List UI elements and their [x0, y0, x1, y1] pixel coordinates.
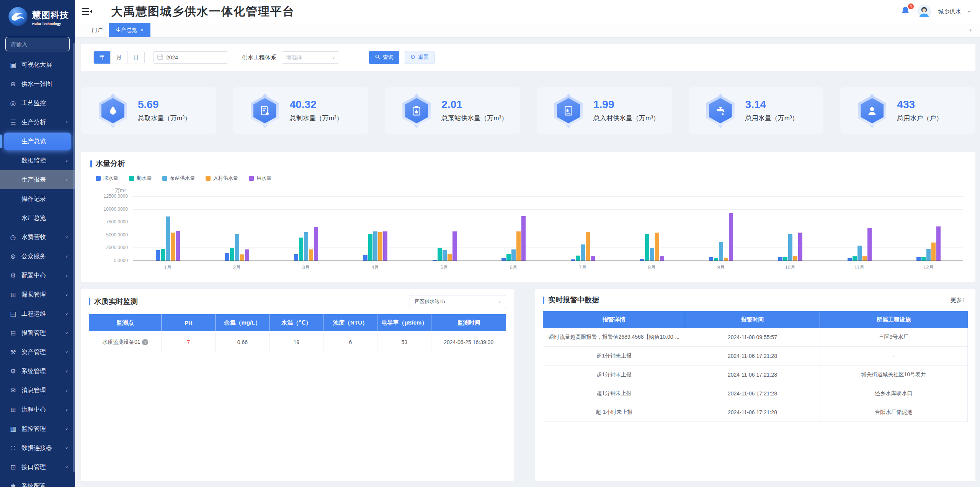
period-option-日[interactable]: 日: [127, 51, 144, 64]
legend-swatch: [129, 176, 134, 181]
globe-map-icon: ⊕: [9, 80, 17, 88]
stat-card-总制水量（万m³）: 40.32总制水量（万m³）: [233, 87, 368, 134]
table-cell: 2024-11-06 17:21:28: [685, 366, 820, 384]
sidebar-item-流程中心[interactable]: ⊞流程中心∨: [0, 400, 75, 419]
search-button[interactable]: 查询: [369, 51, 399, 64]
table-cell: 三区9号水厂: [820, 328, 968, 347]
column-header: 余氯（mg/L）: [216, 314, 270, 331]
sidebar-item-数据监控[interactable]: 数据监控∨: [0, 151, 75, 170]
cell-value: 合阳水厂储泥池: [875, 409, 912, 416]
username[interactable]: 城乡供水: [938, 8, 961, 15]
sidebar-item-可视化大屏[interactable]: ▣可视化大屏: [0, 55, 75, 74]
help-icon[interactable]: ?: [142, 339, 148, 345]
table-cell: 超1分钟未上报: [543, 366, 685, 384]
bar-chart: 0.00002500.00005000.00007500.000010000.0…: [90, 184, 966, 274]
column-header: 电导率（μS/cm）: [377, 314, 431, 331]
sidebar-item-供水一张图[interactable]: ⊕供水一张图: [0, 74, 75, 93]
x-axis-label-3月: 3月: [271, 264, 341, 271]
station-select[interactable]: 四区供水站15 ∨: [410, 295, 506, 308]
chart-legend: 取水量制水量泵站供水量入村供水量用水量: [96, 175, 966, 182]
column-header: 浊度（NTU）: [323, 314, 377, 331]
select-chevron-down-icon: ∨: [332, 55, 335, 60]
sidebar-search-input[interactable]: [5, 37, 70, 51]
bar-取水量-4月: [363, 255, 368, 261]
alarm-row: 瞬时流量超高限报警，报警值2689.4568【阈值10.00-...2024-1…: [543, 328, 968, 347]
x-axis-label-11月: 11月: [825, 264, 894, 271]
chart-title: 水量分析: [96, 159, 125, 169]
bar-泵站供水量-7月: [581, 244, 585, 261]
stat-label: 总制水量（万m³）: [290, 114, 343, 123]
cell-value: 0.66: [237, 339, 248, 345]
sidebar-item-水费营收[interactable]: ◷水费营收∨: [0, 228, 75, 247]
sidebar-item-系统配置[interactable]: ✱系统配置: [0, 477, 75, 487]
sidebar-item-生产分析[interactable]: ☰生产分析∧: [0, 113, 75, 132]
stat-card-row: 5.69总取水量（万m³）40.32总制水量（万m³）2.01总泵站供水量（万m…: [81, 87, 975, 134]
bar-制水量-10月: [783, 257, 787, 261]
legend-swatch: [249, 176, 254, 181]
alarm-table-header: 报警详情报警时间所属工程设施: [543, 311, 968, 328]
reset-button[interactable]: 重置: [405, 51, 434, 64]
table-cell: 7: [162, 331, 216, 353]
sidebar-item-水厂总览[interactable]: 水厂总览: [0, 208, 75, 228]
tab-bar: 门户 生产总览 × ▾: [75, 23, 980, 38]
bar-入村供水量-3月: [309, 249, 313, 261]
period-option-月[interactable]: 月: [111, 51, 127, 64]
sidebar-item-资产管理[interactable]: ⚒资产管理∨: [0, 343, 75, 362]
legend-item-制水量[interactable]: 制水量: [129, 175, 152, 182]
tabbar-caret-down-icon[interactable]: ▾: [969, 28, 972, 33]
monitor-point-name: 水质监测设备01: [102, 339, 140, 346]
sidebar-item-操作记录[interactable]: 操作记录: [0, 189, 75, 208]
legend-item-入村供水量[interactable]: 入村供水量: [206, 175, 238, 182]
asset-tools-icon: ⚒: [9, 348, 17, 356]
sidebar-item-工程运维[interactable]: ▤工程运维∨: [0, 304, 75, 323]
bar-入村供水量-1月: [171, 233, 175, 261]
monitor-point-cell: 水质监测设备01?: [89, 331, 162, 353]
table-cell: 2024-11-06 17:21:28: [685, 384, 820, 403]
cell-value: 超1分钟未上报: [596, 371, 632, 378]
sidebar-item-生产报表[interactable]: 生产报表∨: [0, 170, 75, 189]
system-gear-icon: ⚙: [9, 367, 17, 375]
water-production-icon: [251, 95, 279, 126]
column-header: 报警详情: [543, 311, 685, 328]
legend-item-泵站供水量[interactable]: 泵站供水量: [162, 175, 195, 182]
year-date-input[interactable]: 2024: [153, 51, 228, 64]
sidebar-item-漏损管理[interactable]: ⊞漏损管理∨: [0, 285, 75, 304]
sidebar-item-label: 水费营收: [21, 233, 65, 241]
more-link[interactable]: 更多〉: [951, 297, 968, 304]
period-option-年[interactable]: 年: [94, 51, 111, 64]
system-select[interactable]: 请选择 ∨: [282, 51, 339, 64]
sidebar-item-生产总览[interactable]: 生产总览: [4, 133, 71, 150]
tab-close-icon[interactable]: ×: [140, 27, 144, 33]
bar-入村供水量-4月: [378, 232, 382, 261]
calendar-icon: [157, 54, 163, 61]
sidebar-item-配置中心[interactable]: ⚙配置中心∨: [0, 266, 75, 285]
legend-item-用水量[interactable]: 用水量: [249, 175, 271, 182]
sidebar-item-工艺监控[interactable]: ◎工艺监控: [0, 93, 75, 113]
tab-portal[interactable]: 门户: [86, 23, 109, 37]
table-cell: 超-1小时未上报: [543, 403, 685, 422]
avatar[interactable]: [917, 5, 931, 18]
sidebar-item-监控管理[interactable]: ▥监控管理∨: [0, 419, 75, 438]
legend-item-取水量[interactable]: 取水量: [96, 175, 118, 182]
sidebar-item-报警管理[interactable]: ⊟报警管理∨: [0, 323, 75, 343]
column-header: 监测点: [89, 314, 162, 331]
user-caret-down-icon[interactable]: ▾: [968, 9, 970, 14]
sidebar-item-label: 数据监控: [21, 157, 65, 165]
tab-production-overview[interactable]: 生产总览 ×: [109, 23, 150, 37]
notification-bell-icon[interactable]: 1: [900, 6, 910, 17]
bar-泵站供水量-1月: [166, 216, 170, 261]
stat-card-text: 433总用水户（户）: [897, 99, 942, 122]
sidebar-item-数据连接器[interactable]: ∷数据连接器∨: [0, 438, 75, 457]
sidebar-item-消息管理[interactable]: ✉消息管理∨: [0, 381, 75, 400]
x-axis-label-2月: 2月: [203, 264, 272, 271]
bar-取水量-5月: [433, 260, 437, 261]
sidebar-item-公众服务[interactable]: ⊚公众服务∨: [0, 247, 75, 266]
chart-bar-group-1月: [156, 216, 180, 261]
sidebar-scrollbar[interactable]: [73, 43, 75, 472]
sidebar-item-接口管理[interactable]: ⊡接口管理∨: [0, 457, 75, 477]
menu-collapse-icon[interactable]: [82, 7, 92, 16]
sidebar-item-系统管理[interactable]: ⚙系统管理∨: [0, 362, 75, 381]
chart-gridline: [133, 209, 963, 210]
table-cell: -: [820, 347, 968, 366]
chevron-down-icon: ∨: [65, 408, 68, 412]
